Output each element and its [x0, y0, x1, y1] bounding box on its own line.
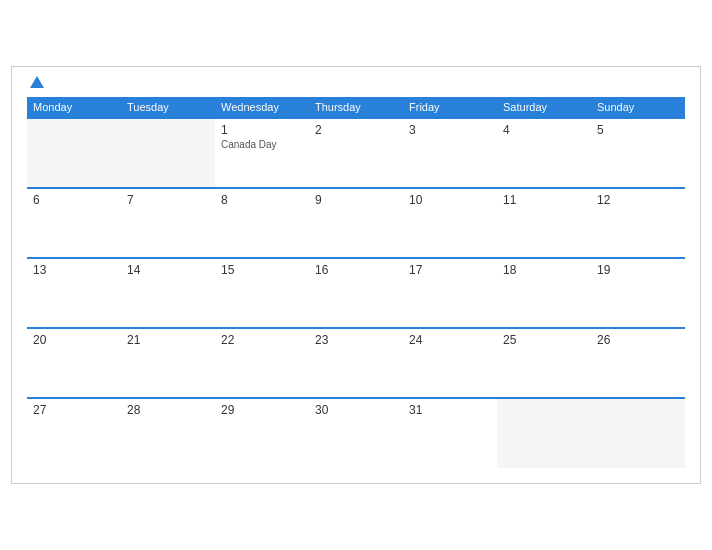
- calendar-day-cell: 21: [121, 328, 215, 398]
- calendar-day-cell: 30: [309, 398, 403, 468]
- day-number: 13: [33, 263, 115, 277]
- calendar-week-row: 13141516171819: [27, 258, 685, 328]
- calendar-day-cell: 13: [27, 258, 121, 328]
- day-number: 24: [409, 333, 491, 347]
- calendar-day-cell: 15: [215, 258, 309, 328]
- calendar-day-cell: 22: [215, 328, 309, 398]
- calendar-day-cell: [27, 118, 121, 188]
- day-of-week-header: Saturday: [497, 97, 591, 118]
- day-number: 26: [597, 333, 679, 347]
- holiday-label: Canada Day: [221, 139, 303, 150]
- day-number: 16: [315, 263, 397, 277]
- calendar-day-cell: 18: [497, 258, 591, 328]
- day-of-week-header: Wednesday: [215, 97, 309, 118]
- calendar-header: [27, 77, 685, 89]
- day-of-week-header: Thursday: [309, 97, 403, 118]
- day-number: 31: [409, 403, 491, 417]
- day-number: 7: [127, 193, 209, 207]
- day-number: 30: [315, 403, 397, 417]
- calendar-week-row: 6789101112: [27, 188, 685, 258]
- calendar-day-cell: 24: [403, 328, 497, 398]
- day-number: 2: [315, 123, 397, 137]
- calendar-day-cell: 12: [591, 188, 685, 258]
- calendar-day-cell: [591, 398, 685, 468]
- day-number: 6: [33, 193, 115, 207]
- day-number: 17: [409, 263, 491, 277]
- calendar-day-cell: [121, 118, 215, 188]
- day-number: 4: [503, 123, 585, 137]
- day-number: 20: [33, 333, 115, 347]
- calendar-day-cell: 20: [27, 328, 121, 398]
- calendar-header-row: MondayTuesdayWednesdayThursdayFridaySatu…: [27, 97, 685, 118]
- calendar-day-cell: 11: [497, 188, 591, 258]
- calendar-day-cell: 9: [309, 188, 403, 258]
- day-number: 23: [315, 333, 397, 347]
- day-number: 5: [597, 123, 679, 137]
- day-number: 3: [409, 123, 491, 137]
- day-of-week-header: Tuesday: [121, 97, 215, 118]
- calendar-day-cell: 16: [309, 258, 403, 328]
- calendar-day-cell: 17: [403, 258, 497, 328]
- day-number: 11: [503, 193, 585, 207]
- calendar-week-row: 1Canada Day2345: [27, 118, 685, 188]
- brand-logo: [27, 77, 44, 89]
- calendar-day-cell: 3: [403, 118, 497, 188]
- calendar-day-cell: 4: [497, 118, 591, 188]
- calendar-day-cell: 25: [497, 328, 591, 398]
- calendar-day-cell: 27: [27, 398, 121, 468]
- day-number: 29: [221, 403, 303, 417]
- calendar-day-cell: 7: [121, 188, 215, 258]
- day-number: 28: [127, 403, 209, 417]
- day-number: 9: [315, 193, 397, 207]
- day-number: 12: [597, 193, 679, 207]
- day-of-week-header: Friday: [403, 97, 497, 118]
- day-number: 1: [221, 123, 303, 137]
- calendar-thead: MondayTuesdayWednesdayThursdayFridaySatu…: [27, 97, 685, 118]
- day-number: 8: [221, 193, 303, 207]
- calendar-day-cell: 28: [121, 398, 215, 468]
- calendar-day-cell: 2: [309, 118, 403, 188]
- day-number: 22: [221, 333, 303, 347]
- calendar-day-cell: 19: [591, 258, 685, 328]
- calendar-container: MondayTuesdayWednesdayThursdayFridaySatu…: [11, 66, 701, 484]
- day-of-week-header: Monday: [27, 97, 121, 118]
- calendar-day-cell: 1Canada Day: [215, 118, 309, 188]
- day-number: 15: [221, 263, 303, 277]
- calendar-day-cell: 6: [27, 188, 121, 258]
- brand-triangle-icon: [30, 76, 44, 88]
- calendar-day-cell: 26: [591, 328, 685, 398]
- calendar-day-cell: 10: [403, 188, 497, 258]
- day-number: 14: [127, 263, 209, 277]
- day-number: 21: [127, 333, 209, 347]
- day-number: 18: [503, 263, 585, 277]
- calendar-day-cell: 8: [215, 188, 309, 258]
- day-number: 19: [597, 263, 679, 277]
- calendar-day-cell: 29: [215, 398, 309, 468]
- calendar-day-cell: 14: [121, 258, 215, 328]
- calendar-day-cell: 31: [403, 398, 497, 468]
- calendar-day-cell: 23: [309, 328, 403, 398]
- day-of-week-header: Sunday: [591, 97, 685, 118]
- day-number: 27: [33, 403, 115, 417]
- day-number: 10: [409, 193, 491, 207]
- calendar-tbody: 1Canada Day23456789101112131415161718192…: [27, 118, 685, 468]
- calendar-day-cell: 5: [591, 118, 685, 188]
- day-number: 25: [503, 333, 585, 347]
- calendar-week-row: 20212223242526: [27, 328, 685, 398]
- calendar-week-row: 2728293031: [27, 398, 685, 468]
- calendar-table: MondayTuesdayWednesdayThursdayFridaySatu…: [27, 97, 685, 468]
- calendar-day-cell: [497, 398, 591, 468]
